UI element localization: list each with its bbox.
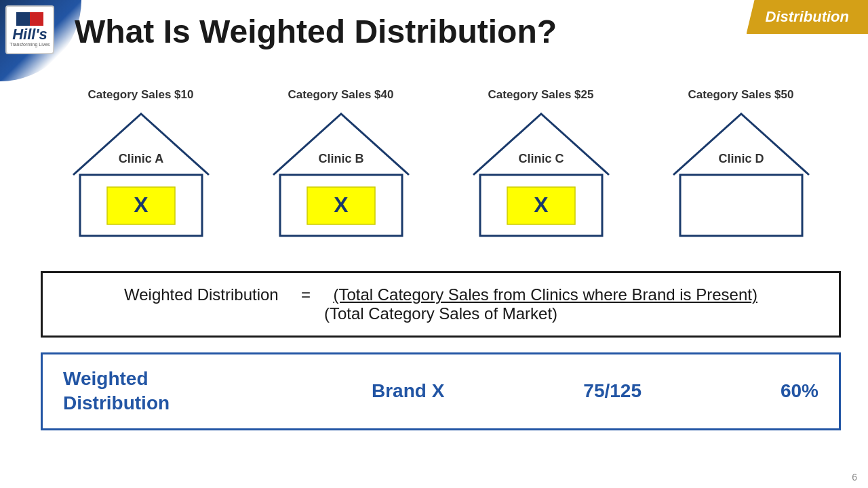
summary-box: WeightedDistribution Brand X 75/125 60% xyxy=(41,352,841,430)
svg-text:Clinic A: Clinic A xyxy=(118,152,163,165)
formula-box: Weighted Distribution = (Total Category … xyxy=(41,271,841,338)
formula-equals: = xyxy=(301,285,311,304)
formula-numerator: (Total Category Sales from Clinics where… xyxy=(333,285,757,304)
house-clinic-a: Category Sales $10 Clinic A X xyxy=(60,88,222,243)
svg-text:X: X xyxy=(134,192,149,217)
logo-flag xyxy=(16,12,43,26)
house-clinic-d: Category Sales $50 Clinic D xyxy=(660,88,823,243)
clinic-b-house-svg: Clinic B X xyxy=(267,107,416,243)
formula-line2: (Total Category Sales of Market) xyxy=(59,304,823,323)
logo-flag-right xyxy=(30,12,43,26)
formula-label: Weighted Distribution xyxy=(124,285,279,304)
summary-label: WeightedDistribution xyxy=(63,367,233,416)
house-clinic-c: Category Sales $25 Clinic C X xyxy=(460,88,623,243)
clinic-d-house-svg: Clinic D xyxy=(667,107,816,243)
house-clinic-b: Category Sales $40 Clinic B X xyxy=(260,88,422,243)
svg-text:Clinic C: Clinic C xyxy=(518,152,564,165)
svg-text:X: X xyxy=(534,192,549,217)
svg-text:X: X xyxy=(334,192,349,217)
page-number: 6 xyxy=(852,472,857,483)
clinic-d-category: Category Sales $50 xyxy=(688,88,794,102)
clinic-c-house-svg: Clinic C X xyxy=(467,107,616,243)
logo-box: Hill's Transforming Lives xyxy=(5,5,54,54)
logo-brand: Hill's xyxy=(12,27,47,42)
logo-tagline: Transforming Lives xyxy=(9,42,50,47)
formula-denominator: (Total Category Sales of Market) xyxy=(324,304,557,323)
clinic-a-house-svg: Clinic A X xyxy=(66,107,216,243)
logo-flag-left xyxy=(16,12,30,26)
svg-text:Clinic D: Clinic D xyxy=(718,152,764,165)
clinic-a-category: Category Sales $10 xyxy=(88,88,194,102)
houses-section: Category Sales $10 Clinic A X Category S… xyxy=(41,88,841,243)
distribution-badge: Distribution xyxy=(747,0,868,34)
page-title: What Is Weighted Distribution? xyxy=(75,12,692,52)
svg-text:Clinic B: Clinic B xyxy=(318,152,363,165)
clinic-c-category: Category Sales $25 xyxy=(488,88,594,102)
logo-container: Hill's Transforming Lives xyxy=(5,5,60,60)
svg-rect-12 xyxy=(680,175,802,236)
summary-brand: Brand X xyxy=(372,380,444,402)
clinic-b-category: Category Sales $40 xyxy=(288,88,394,102)
formula-line1: Weighted Distribution = (Total Category … xyxy=(59,285,823,304)
summary-ratio: 75/125 xyxy=(583,380,642,402)
summary-percent: 60% xyxy=(781,380,818,402)
